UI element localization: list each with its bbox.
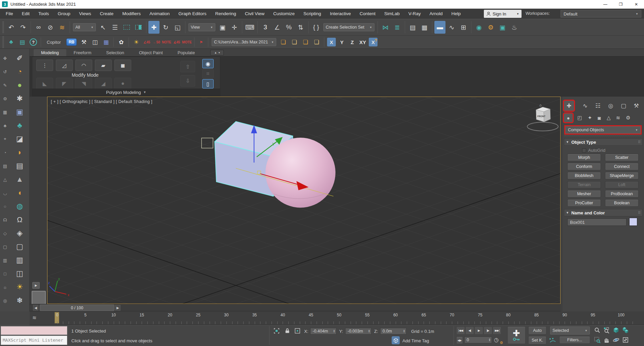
set-key-button[interactable]: Set K. [528,336,546,344]
scene-explorer-icon[interactable]: ▤ [407,21,418,34]
isolate-selection-icon[interactable] [273,327,281,335]
add-time-tag-label[interactable]: Add Time Tag [402,338,429,343]
z-coordinate-field[interactable]: 0.0m ▲▼ [380,328,406,335]
menu-arnold[interactable]: Arnold [425,9,447,19]
lamp-tool[interactable]: ☊Ω [0,213,29,227]
menu-file[interactable]: File [1,9,17,19]
redo-icon[interactable]: ↷ [17,21,29,34]
key-steps-icon[interactable] [548,336,557,344]
curve-editor-icon[interactable]: ∿ [446,21,457,34]
motion-tab[interactable]: ◎ [606,101,616,111]
frame-step-buttons[interactable]: ◀▶ [456,337,463,344]
table-plugin-icon[interactable]: ▦ [101,37,111,47]
tree-tool[interactable]: ♣♣ [0,119,29,132]
undo-icon[interactable]: ↶ [6,21,17,34]
x-coordinate-field[interactable]: -0.404m ▲▼ [310,328,336,335]
cameras-category[interactable]: ◙ [595,113,604,122]
border-mode-button[interactable]: ◠ [75,60,92,71]
zoom-region-icon[interactable] [593,336,602,344]
spinner-icon[interactable]: ▲▼ [487,338,491,342]
autogrid-checkbox[interactable] [582,148,586,152]
sign-in-button[interactable]: Sign In ▼ [484,10,522,18]
mote-tool-icon[interactable]: MOTE [182,40,192,44]
create-selection-set-dropdown[interactable]: Create Selection Set▼ [323,23,374,31]
script-run-icon[interactable]: ❏ [312,37,322,47]
proboolean-button[interactable]: ProBoolean [605,190,639,198]
time-slider-handle[interactable]: 0 / 100 [40,305,114,311]
select-and-rotate-icon[interactable]: ↻ [160,21,171,34]
ribbon-tab-selection[interactable]: Selection [99,49,132,56]
mirror-icon[interactable]: ⋈ [380,21,391,34]
material-editor-icon[interactable]: ◉ [473,21,485,34]
morph-button[interactable]: Morph [567,154,601,161]
menu-modifiers[interactable]: Modifiers [118,9,145,19]
previous-frame-track-button[interactable]: ◀ [33,305,38,311]
angle-snap-icon[interactable]: ∠ [272,21,283,34]
render-production-icon[interactable]: ♨ [509,21,520,34]
snaps-toggle-icon[interactable]: 3 [260,21,271,34]
systems-category[interactable]: ⚙ [624,113,633,122]
clapper-tool[interactable]: ⌖◪ [0,132,29,146]
rendered-frame-window-icon[interactable]: ▣ [497,21,508,34]
cone-tool[interactable]: △▲ [0,173,29,186]
polyhedron-tool[interactable]: ◇◈ [0,227,29,240]
monitor-tool[interactable]: ▥▥ [0,253,29,267]
ribbon-toggle-icon[interactable]: ▬ [434,21,445,34]
sphere-arrow-tool[interactable]: ↺◔ [0,65,29,78]
angle-45-tool-icon[interactable]: ∠45 [142,40,151,44]
zoom-icon[interactable] [593,326,602,335]
key-filter-dropdown[interactable]: Selected ▼ [550,326,590,335]
menu-rendering[interactable]: Rendering [211,9,241,19]
edit-named-selection-sets-icon[interactable]: { } [311,21,322,34]
connect-button[interactable]: Connect [605,163,639,170]
lights-category[interactable]: ✦ [585,113,594,122]
space-warps-category[interactable]: ≋ [614,113,622,122]
element-mode-button[interactable]: ◼ [114,60,131,71]
green-sphere-tool[interactable]: ✎● [0,78,29,92]
minimize-ribbon-button[interactable]: ▲▾ [210,50,224,56]
play-button[interactable]: ▶ [474,326,483,335]
next-frame-track-button[interactable]: ▶ [115,305,120,311]
zoom-extents-all-icon[interactable] [621,326,630,335]
auto-key-button[interactable]: Auto [528,326,546,335]
selection-filter-dropdown[interactable]: All▼ [73,23,96,31]
axis-y-button[interactable]: Y [337,38,346,46]
percent-snap-icon[interactable]: % [283,21,294,34]
menu-interactive[interactable]: Interactive [325,9,355,19]
shapemerge-button[interactable]: ShapeMerge [605,172,639,179]
add-time-tag-icon[interactable] [392,336,400,344]
axis-xy-button[interactable]: XY [358,38,367,46]
y-coordinate-field[interactable]: -0.003m ▲▼ [345,328,371,335]
soft-selection-button[interactable]: ◉ [202,59,214,68]
select-and-move-icon[interactable]: ✚ [148,21,159,34]
ribbon-tab-freeform[interactable]: Freeform [66,49,99,56]
menu-group[interactable]: Group [53,9,75,19]
show-end-result-button[interactable]: ▯ [202,79,214,89]
red-flag-tool-icon[interactable]: ⚑ [197,40,206,44]
panel-tool[interactable]: ▦▣ [0,105,29,119]
notes-document-icon[interactable]: ▤ [17,37,27,47]
ribbon-tab-modeling[interactable]: Modeling [34,49,66,56]
workspace-dropdown[interactable]: Default ▼ [561,10,641,18]
zoom-all-icon[interactable] [602,326,611,335]
align-icon[interactable]: ≣ [392,21,403,34]
schematic-view-icon[interactable]: ⊞ [458,21,469,34]
helpers-category[interactable]: △ [604,113,613,122]
menu-views[interactable]: Views [75,9,96,19]
current-frame-field[interactable]: 0 ▲▼ [464,337,492,343]
scatter-button[interactable]: Scatter [605,154,639,161]
draw-tool[interactable]: ✥✐ [0,51,29,65]
edge-mode-button[interactable]: ◿ [56,60,73,71]
geometry-category[interactable]: ● [564,113,573,122]
procutter-button[interactable]: ProCutter [567,199,601,207]
expand-toolbar-button[interactable]: ▶ [32,282,40,289]
blobmesh-button[interactable]: BlobMesh [567,172,601,179]
category-dropdown[interactable]: Compound Objects ▼ [565,126,641,134]
menu-content[interactable]: Content [355,9,380,19]
viewport[interactable]: [ + ] [ Orthographic ] [ Standard ] [ De… [47,97,561,304]
select-and-link-icon[interactable]: ∞ [33,21,44,34]
name-color-rollout-header[interactable]: ▼ Name and Color ⠿ [564,209,643,216]
box-tool[interactable]: □◫ [0,267,29,280]
toolbar-grip[interactable] [2,36,4,48]
select-and-scale-icon[interactable]: ◱ [172,21,183,34]
